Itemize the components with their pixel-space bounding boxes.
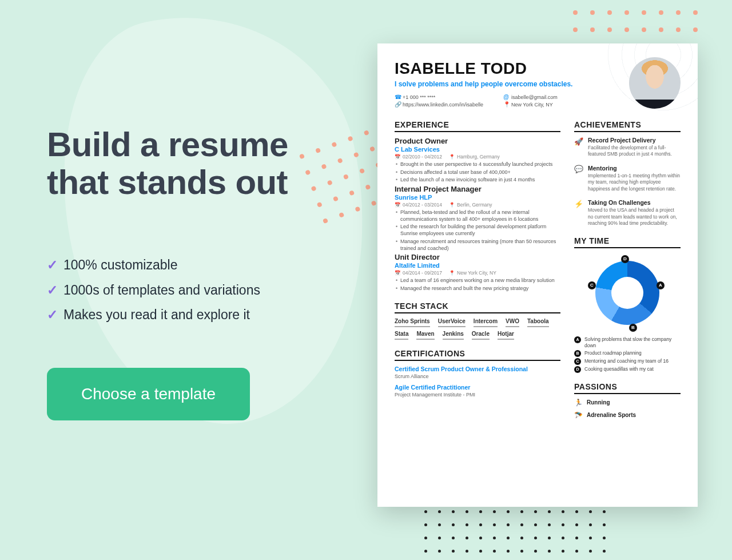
bullet: Managed the research and built the new p… (395, 285, 560, 292)
legend-text: Solving problems that slow the company d… (584, 336, 681, 349)
section-tech-stack: TECH STACK (395, 301, 560, 313)
chip: Oracle (472, 331, 490, 340)
job-block: Product Owner C Lab Services 📅02/2010 - … (395, 137, 560, 184)
cert-org: Scrum Alliance (395, 374, 560, 379)
chip: Maven (416, 331, 434, 340)
tech-stack-chips: Zoho Sprints UserVoice Intercom VWO Tabo… (395, 318, 560, 340)
legend-badge: C (574, 358, 581, 365)
bullet: Decisions affected a total user base of … (395, 169, 560, 176)
legend-text: Mentoring and coaching my team of 16 (584, 358, 669, 365)
contact-email: @isabelle@gmail.com (503, 94, 606, 100)
chip: UserVoice (438, 318, 466, 327)
my-time-chart: A B C D (579, 253, 676, 333)
job-bullets: Led a team of 16 engineers working on a … (395, 277, 560, 292)
job-block: Unit Director Altalife Limited 📅04/2014 … (395, 253, 560, 292)
pin-icon: 📍 (503, 101, 509, 108)
contact-linkedin: 🔗https://www.linkedin.com/in/isabelle (395, 101, 498, 108)
job-meta: 📅04/2012 - 03/2014 📍Berlin, Germany (395, 202, 560, 208)
achievement: 💬 Mentoring Implemented 1-on-1 meeting r… (574, 165, 681, 192)
donut-label: B (629, 324, 637, 332)
job-company: Sunrise HLP (395, 194, 560, 201)
achievement: 🚀 Record Project Delivery Facilitated th… (574, 137, 681, 158)
chip: Hotjar (498, 331, 514, 340)
donut-label: A (657, 281, 665, 289)
feature-item: 1000s of templates and variations (47, 278, 326, 303)
legend-badge: D (574, 366, 581, 373)
my-time-legend: ASolving problems that slow the company … (574, 336, 681, 373)
adrenaline-icon: 🪂 (574, 411, 582, 419)
section-my-time: MY TIME (574, 236, 681, 248)
legend-badge: B (574, 350, 581, 357)
calendar-icon: 📅 (395, 154, 401, 160)
donut-label: D (621, 255, 629, 263)
rocket-icon: 🚀 (574, 137, 583, 146)
feature-item: 100% customizable (47, 253, 326, 278)
chip: Taboola (527, 318, 549, 327)
certification: Certified Scrum Product Owner & Professi… (395, 366, 560, 379)
cert-name: Agile Certified Practitioner (395, 384, 560, 391)
contact-location: 📍New York City, NY (503, 101, 606, 108)
certification: Agile Certified Practitioner Project Man… (395, 384, 560, 398)
bullet: Led the launch of a new invoicing softwa… (395, 177, 560, 184)
legend-text: Cooking quesadillas with my cat (584, 366, 654, 373)
bullet: Planned, beta-tested and led the rollout… (395, 209, 560, 223)
job-company: Altalife Limited (395, 262, 560, 269)
chip: Stata (395, 331, 408, 340)
job-bullets: Brought in the user perspective to 4 suc… (395, 161, 560, 184)
donut-icon (595, 261, 659, 325)
feature-list: 100% customizable 1000s of templates and… (47, 253, 326, 328)
job-title: Internal Project Manager (395, 185, 560, 193)
job-meta: 📅04/2014 - 09/2017 📍New York City, NY (395, 270, 560, 276)
contact-phone: ☎+1 000 *** **** (395, 94, 498, 100)
achievement-title: Taking On Challenges (588, 199, 681, 206)
passion-label: Adrenaline Sports (587, 412, 636, 418)
chat-icon: 💬 (574, 165, 583, 174)
legend-text: Product roadmap planning (584, 350, 642, 357)
chip: Intercom (474, 318, 498, 327)
calendar-icon: 📅 (395, 270, 401, 276)
job-title: Unit Director (395, 253, 560, 261)
cert-name: Certified Scrum Product Owner & Professi… (395, 366, 560, 372)
pin-icon: 📍 (449, 154, 455, 160)
chip: Jenkins (443, 331, 464, 340)
section-passions: PASSIONS (574, 382, 681, 394)
section-certifications: CERTIFICATIONS (395, 349, 560, 361)
achievement-title: Mentoring (588, 165, 681, 172)
achievement: ⚡ Taking On Challenges Moved to the USA … (574, 199, 681, 227)
passion-item: 🪂 Adrenaline Sports (574, 411, 681, 419)
resume-preview: ISABELLE TODD I solve problems and help … (377, 43, 698, 507)
passion-item: 🏃 Running (574, 399, 681, 407)
achievement-desc: Facilitated the development of a full-fe… (588, 145, 681, 158)
pin-icon: 📍 (449, 202, 455, 208)
bullet: Led a team of 16 engineers working on a … (395, 277, 560, 284)
legend-badge: A (574, 336, 581, 343)
page-headline: Build a resume that stands out (47, 126, 326, 201)
bullet: Manage recruitment and resources trainin… (395, 239, 560, 252)
cert-org: Project Management Institute - PMI (395, 392, 560, 398)
feature-item: Makes you read it and explore it (47, 303, 326, 328)
bolt-icon: ⚡ (574, 199, 583, 208)
bullet: Led the research for building the person… (395, 224, 560, 237)
section-achievements: ACHIEVEMENTS (574, 120, 681, 132)
calendar-icon: 📅 (395, 202, 401, 208)
running-icon: 🏃 (574, 399, 582, 407)
chip: Zoho Sprints (395, 318, 430, 327)
achievement-title: Record Project Delivery (588, 137, 681, 144)
link-icon: 🔗 (395, 101, 400, 108)
job-title: Product Owner (395, 137, 560, 145)
chip: VWO (506, 318, 519, 327)
job-company: C Lab Services (395, 146, 560, 153)
passion-label: Running (587, 399, 610, 406)
choose-template-button[interactable]: Choose a template (47, 368, 250, 420)
achievement-desc: Implemented 1-on-1 meeting rhythm within… (588, 173, 681, 192)
pin-icon: 📍 (449, 270, 455, 276)
job-meta: 📅02/2010 - 04/2012 📍Hamburg, Germany (395, 154, 560, 160)
job-block: Internal Project Manager Sunrise HLP 📅04… (395, 185, 560, 252)
donut-label: C (588, 281, 596, 289)
avatar (629, 57, 681, 109)
bullet: Brought in the user perspective to 4 suc… (395, 161, 560, 168)
email-icon: @ (503, 94, 509, 100)
section-experience: EXPERIENCE (395, 120, 560, 132)
job-bullets: Planned, beta-tested and led the rollout… (395, 209, 560, 252)
achievement-desc: Moved to the USA and headed a project no… (588, 207, 681, 227)
